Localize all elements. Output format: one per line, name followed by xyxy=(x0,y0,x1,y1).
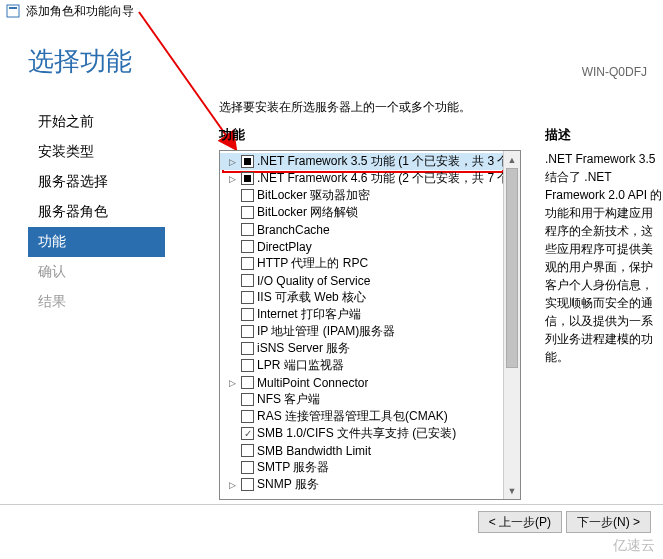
page-title: 选择功能 xyxy=(28,44,132,79)
sidebar-item-5: 确认 xyxy=(28,257,165,287)
app-icon xyxy=(6,4,20,18)
prev-button[interactable]: < 上一步(P) xyxy=(478,511,562,533)
main-panel: 选择要安装在所选服务器上的一个或多个功能。 功能 ▷.NET Framework… xyxy=(165,87,663,500)
description-column: 描述 .NET Framework 3.5 结合了 .NET Framework… xyxy=(545,126,663,500)
feature-row[interactable]: RAS 连接管理器管理工具包(CMAK) xyxy=(220,408,520,425)
feature-checkbox[interactable]: ✓ xyxy=(241,427,254,440)
feature-row[interactable]: ▷.NET Framework 3.5 功能 (1 个已安装，共 3 个) xyxy=(220,153,520,170)
features-label: 功能 xyxy=(219,126,521,144)
watermark: 亿速云 xyxy=(613,537,655,555)
feature-label: LPR 端口监视器 xyxy=(257,357,344,374)
sidebar-item-6: 结果 xyxy=(28,287,165,317)
feature-checkbox[interactable] xyxy=(241,308,254,321)
feature-label: Internet 打印客户端 xyxy=(257,306,361,323)
feature-label: SNMP 服务 xyxy=(257,476,319,493)
feature-checkbox[interactable] xyxy=(241,274,254,287)
svg-rect-0 xyxy=(7,5,19,17)
feature-row[interactable]: ▷.NET Framework 4.6 功能 (2 个已安装，共 7 个) xyxy=(220,170,520,187)
expand-icon[interactable]: ▷ xyxy=(226,378,238,388)
feature-row[interactable]: SMTP 服务器 xyxy=(220,459,520,476)
feature-label: iSNS Server 服务 xyxy=(257,340,350,357)
feature-checkbox[interactable] xyxy=(241,291,254,304)
feature-label: RAS 连接管理器管理工具包(CMAK) xyxy=(257,408,448,425)
feature-checkbox[interactable] xyxy=(241,172,254,185)
sidebar: 开始之前安装类型服务器选择服务器角色功能确认结果 xyxy=(0,87,165,500)
feature-label: SMTP 服务器 xyxy=(257,459,329,476)
feature-row[interactable]: BitLocker 网络解锁 xyxy=(220,204,520,221)
features-column: 功能 ▷.NET Framework 3.5 功能 (1 个已安装，共 3 个)… xyxy=(219,126,521,500)
feature-label: MultiPoint Connector xyxy=(257,376,368,390)
feature-checkbox[interactable] xyxy=(241,376,254,389)
title-bar: 添加角色和功能向导 xyxy=(0,0,663,22)
feature-row[interactable]: IP 地址管理 (IPAM)服务器 xyxy=(220,323,520,340)
feature-row[interactable]: IIS 可承载 Web 核心 xyxy=(220,289,520,306)
feature-row[interactable]: ▷MultiPoint Connector xyxy=(220,374,520,391)
feature-label: BranchCache xyxy=(257,223,330,237)
feature-label: HTTP 代理上的 RPC xyxy=(257,255,368,272)
feature-row[interactable]: iSNS Server 服务 xyxy=(220,340,520,357)
feature-label: .NET Framework 3.5 功能 (1 个已安装，共 3 个) xyxy=(257,153,513,170)
svg-rect-1 xyxy=(9,7,17,9)
feature-label: DirectPlay xyxy=(257,240,312,254)
feature-label: SMB Bandwidth Limit xyxy=(257,444,371,458)
description-text: .NET Framework 3.5 结合了 .NET Framework 2.… xyxy=(545,150,663,366)
feature-row[interactable]: BitLocker 驱动器加密 xyxy=(220,187,520,204)
scrollbar[interactable]: ▲ ▼ xyxy=(503,151,520,499)
feature-label: SMB 1.0/CIFS 文件共享支持 (已安装) xyxy=(257,425,456,442)
feature-row[interactable]: ▷SNMP 服务 xyxy=(220,476,520,493)
feature-label: NFS 客户端 xyxy=(257,391,320,408)
feature-checkbox[interactable] xyxy=(241,240,254,253)
expand-icon[interactable]: ▷ xyxy=(226,157,238,167)
window-title: 添加角色和功能向导 xyxy=(26,3,134,20)
sidebar-item-2[interactable]: 服务器选择 xyxy=(28,167,165,197)
feature-checkbox[interactable] xyxy=(241,359,254,372)
feature-label: BitLocker 网络解锁 xyxy=(257,204,358,221)
feature-label: .NET Framework 4.6 功能 (2 个已安装，共 7 个) xyxy=(257,170,513,187)
feature-row[interactable]: BranchCache xyxy=(220,221,520,238)
feature-checkbox[interactable] xyxy=(241,410,254,423)
feature-row[interactable]: ✓SMB 1.0/CIFS 文件共享支持 (已安装) xyxy=(220,425,520,442)
feature-checkbox[interactable] xyxy=(241,155,254,168)
feature-checkbox[interactable] xyxy=(241,257,254,270)
feature-label: IP 地址管理 (IPAM)服务器 xyxy=(257,323,395,340)
feature-row[interactable]: SMB Bandwidth Limit xyxy=(220,442,520,459)
sidebar-item-0[interactable]: 开始之前 xyxy=(28,107,165,137)
feature-label: IIS 可承载 Web 核心 xyxy=(257,289,366,306)
feature-checkbox[interactable] xyxy=(241,444,254,457)
feature-row[interactable]: NFS 客户端 xyxy=(220,391,520,408)
sidebar-item-1[interactable]: 安装类型 xyxy=(28,137,165,167)
feature-checkbox[interactable] xyxy=(241,325,254,338)
scroll-up-icon[interactable]: ▲ xyxy=(504,151,520,168)
sidebar-item-3[interactable]: 服务器角色 xyxy=(28,197,165,227)
features-tree[interactable]: ▷.NET Framework 3.5 功能 (1 个已安装，共 3 个)▷.N… xyxy=(219,150,521,500)
feature-checkbox[interactable] xyxy=(241,206,254,219)
server-name: WIN-Q0DFJ xyxy=(582,65,647,79)
feature-checkbox[interactable] xyxy=(241,189,254,202)
instruction-text: 选择要安装在所选服务器上的一个或多个功能。 xyxy=(165,99,663,126)
feature-label: I/O Quality of Service xyxy=(257,274,370,288)
footer: < 上一步(P) 下一步(N) > xyxy=(0,504,663,533)
feature-checkbox[interactable] xyxy=(241,342,254,355)
description-label: 描述 xyxy=(545,126,663,144)
next-button[interactable]: 下一步(N) > xyxy=(566,511,651,533)
sidebar-item-4[interactable]: 功能 xyxy=(28,227,165,257)
feature-label: BitLocker 驱动器加密 xyxy=(257,187,370,204)
feature-checkbox[interactable] xyxy=(241,461,254,474)
feature-checkbox[interactable] xyxy=(241,223,254,236)
feature-row[interactable]: LPR 端口监视器 xyxy=(220,357,520,374)
feature-checkbox[interactable] xyxy=(241,478,254,491)
scroll-down-icon[interactable]: ▼ xyxy=(504,482,520,499)
content-row: 开始之前安装类型服务器选择服务器角色功能确认结果 选择要安装在所选服务器上的一个… xyxy=(0,87,663,500)
feature-row[interactable]: DirectPlay xyxy=(220,238,520,255)
feature-row[interactable]: I/O Quality of Service xyxy=(220,272,520,289)
scroll-thumb[interactable] xyxy=(506,168,518,368)
feature-row[interactable]: Internet 打印客户端 xyxy=(220,306,520,323)
feature-row[interactable]: HTTP 代理上的 RPC xyxy=(220,255,520,272)
feature-checkbox[interactable] xyxy=(241,393,254,406)
page-header: 选择功能 WIN-Q0DFJ xyxy=(0,22,663,87)
expand-icon[interactable]: ▷ xyxy=(226,480,238,490)
expand-icon[interactable]: ▷ xyxy=(226,174,238,184)
